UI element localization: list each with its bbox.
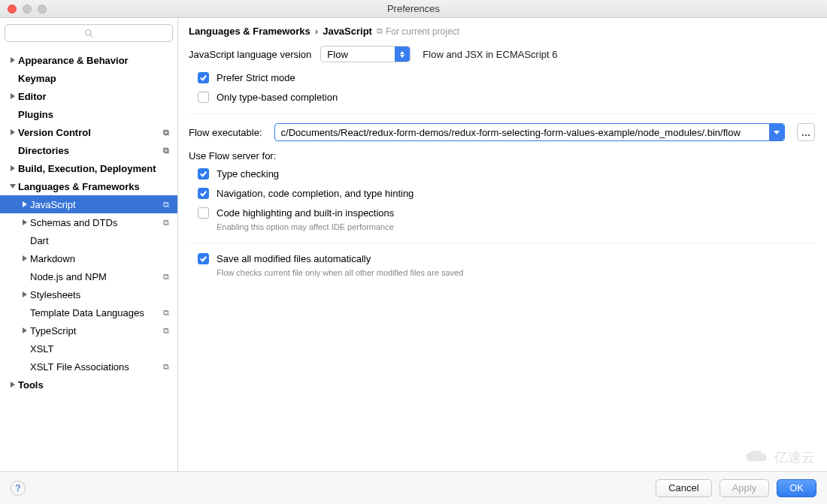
breadcrumb-separator: › bbox=[315, 26, 318, 37]
checkbox-empty-icon bbox=[198, 92, 209, 103]
tree-item-label: XSLT bbox=[30, 343, 161, 355]
save-files-hint: Flow checks current file only when all o… bbox=[217, 266, 463, 279]
tree-item-javascript[interactable]: JavaScript⧉ bbox=[0, 195, 177, 213]
scope-indicator: ⧉ For current project bbox=[377, 26, 459, 37]
type-checking-checkbox[interactable]: Type checking bbox=[198, 167, 815, 181]
disclosure-right-icon[interactable] bbox=[8, 379, 18, 390]
svg-point-0 bbox=[86, 30, 92, 36]
disclosure-right-icon[interactable] bbox=[20, 217, 30, 228]
disclosure-right-icon[interactable] bbox=[8, 163, 18, 174]
tree-item-xslt[interactable]: XSLT bbox=[0, 340, 177, 358]
disclosure-right-icon[interactable] bbox=[8, 55, 18, 65]
tree-item-keymap[interactable]: Keymap bbox=[0, 69, 177, 87]
tree-item-label: Markdown bbox=[30, 253, 161, 264]
history-dropdown-button[interactable] bbox=[769, 124, 784, 140]
separator bbox=[189, 113, 815, 114]
tree-item-typescript[interactable]: TypeScript⧉ bbox=[0, 321, 177, 340]
disclosure-none bbox=[8, 109, 18, 119]
prefer-strict-checkbox[interactable]: Prefer Strict mode bbox=[198, 71, 815, 85]
navigation-completion-checkbox[interactable]: Navigation, code completion, and type hi… bbox=[198, 187, 815, 201]
project-scope-icon: ⧉ bbox=[161, 218, 171, 228]
checkmark-icon bbox=[198, 72, 209, 83]
project-scope-icon: ⧉ bbox=[161, 326, 171, 336]
copy-icon: ⧉ bbox=[377, 26, 383, 36]
disclosure-none bbox=[20, 361, 30, 372]
language-version-row: JavaScript language version Flow Flow an… bbox=[189, 46, 815, 62]
type-based-completion-checkbox[interactable]: Only type-based completion bbox=[198, 91, 815, 104]
close-window-button[interactable] bbox=[8, 5, 17, 14]
code-highlighting-checkbox[interactable]: Code highlighting and built-in inspectio… bbox=[198, 207, 815, 234]
svg-line-1 bbox=[90, 35, 92, 37]
disclosure-down-icon[interactable] bbox=[8, 181, 18, 192]
tree-item-xslt-file-associations[interactable]: XSLT File Associations⧉ bbox=[0, 358, 177, 376]
browse-button[interactable]: … bbox=[797, 123, 815, 141]
flow-executable-input-wrapper bbox=[274, 123, 785, 141]
chevron-updown-icon bbox=[395, 47, 410, 62]
breadcrumb: Languages & Frameworks › JavaScript ⧉ Fo… bbox=[189, 26, 815, 37]
disclosure-right-icon[interactable] bbox=[20, 253, 30, 264]
disclosure-none bbox=[20, 271, 30, 282]
project-scope-icon: ⧉ bbox=[161, 146, 171, 155]
save-files-checkbox[interactable]: Save all modified files automatically Fl… bbox=[198, 252, 815, 279]
checkmark-icon bbox=[198, 168, 209, 180]
breadcrumb-item[interactable]: Languages & Frameworks bbox=[189, 26, 311, 37]
tree-item-schemas-and-dtds[interactable]: Schemas and DTDs⧉ bbox=[0, 213, 177, 231]
help-button[interactable]: ? bbox=[11, 481, 26, 496]
language-version-label: JavaScript language version bbox=[189, 49, 311, 60]
tree-item-label: TypeScript bbox=[30, 325, 161, 337]
disclosure-none bbox=[20, 235, 30, 246]
disclosure-none bbox=[20, 343, 30, 354]
tree-item-directories[interactable]: Directories⧉ bbox=[0, 141, 177, 159]
disclosure-right-icon[interactable] bbox=[20, 289, 30, 300]
minimize-window-button[interactable] bbox=[23, 5, 32, 14]
tree-item-label: Directories bbox=[18, 145, 161, 156]
tree-item-label: Stylesheets bbox=[30, 289, 161, 300]
tree-item-tools[interactable]: Tools bbox=[0, 376, 177, 394]
window-controls bbox=[8, 5, 47, 14]
search-input[interactable] bbox=[5, 24, 173, 42]
tree-item-version-control[interactable]: Version Control⧉ bbox=[0, 123, 177, 141]
apply-button[interactable]: Apply bbox=[719, 479, 770, 497]
disclosure-right-icon[interactable] bbox=[8, 127, 18, 137]
tree-item-template-data-languages[interactable]: Template Data Languages⧉ bbox=[0, 303, 177, 321]
tree-item-dart[interactable]: Dart bbox=[0, 231, 177, 249]
disclosure-right-icon[interactable] bbox=[8, 91, 18, 101]
tree-item-label: Keymap bbox=[18, 73, 161, 84]
tree-item-stylesheets[interactable]: Stylesheets bbox=[0, 285, 177, 303]
separator bbox=[189, 243, 815, 243]
cancel-button[interactable]: Cancel bbox=[656, 479, 711, 497]
flow-executable-input[interactable] bbox=[275, 124, 784, 140]
language-version-select[interactable]: Flow bbox=[320, 46, 410, 62]
tree-item-label: Template Data Languages bbox=[30, 307, 161, 318]
disclosure-right-icon[interactable] bbox=[20, 199, 30, 210]
code-highlighting-hint: Enabling this option may affect IDE perf… bbox=[217, 220, 394, 234]
tree-item-build-execution-deployment[interactable]: Build, Execution, Deployment bbox=[0, 159, 177, 177]
ok-button[interactable]: OK bbox=[777, 479, 816, 497]
preferences-sidebar: Appearance & BehaviorKeymapEditorPlugins… bbox=[0, 18, 178, 471]
tree-item-appearance-behavior[interactable]: Appearance & Behavior bbox=[0, 51, 177, 69]
disclosure-none bbox=[8, 145, 18, 155]
tree-item-label: JavaScript bbox=[30, 199, 161, 210]
window-titlebar: Preferences bbox=[0, 0, 827, 18]
project-scope-icon: ⧉ bbox=[161, 308, 171, 318]
ellipsis-icon: … bbox=[801, 127, 811, 138]
help-icon: ? bbox=[15, 483, 20, 493]
language-version-hint: Flow and JSX in ECMAScript 6 bbox=[423, 49, 557, 60]
project-scope-icon: ⧉ bbox=[161, 200, 171, 210]
tree-item-node-js-and-npm[interactable]: Node.js and NPM⧉ bbox=[0, 267, 177, 285]
tree-item-label: Languages & Frameworks bbox=[18, 181, 161, 192]
zoom-window-button[interactable] bbox=[38, 5, 47, 14]
tree-item-languages-frameworks[interactable]: Languages & Frameworks bbox=[0, 177, 177, 195]
disclosure-right-icon[interactable] bbox=[20, 325, 30, 336]
tree-item-plugins[interactable]: Plugins bbox=[0, 105, 177, 123]
chevron-down-icon bbox=[774, 131, 780, 134]
breadcrumb-item: JavaScript bbox=[323, 26, 372, 37]
tree-item-label: Node.js and NPM bbox=[30, 271, 161, 282]
project-scope-icon: ⧉ bbox=[161, 128, 171, 137]
tree-item-editor[interactable]: Editor bbox=[0, 87, 177, 105]
tree-item-markdown[interactable]: Markdown bbox=[0, 249, 177, 267]
tree-item-label: Editor bbox=[18, 91, 161, 102]
flow-executable-row: Flow executable: … bbox=[189, 123, 815, 141]
dialog-footer: ? Cancel Apply OK bbox=[0, 471, 827, 504]
settings-tree[interactable]: Appearance & BehaviorKeymapEditorPlugins… bbox=[0, 48, 177, 471]
